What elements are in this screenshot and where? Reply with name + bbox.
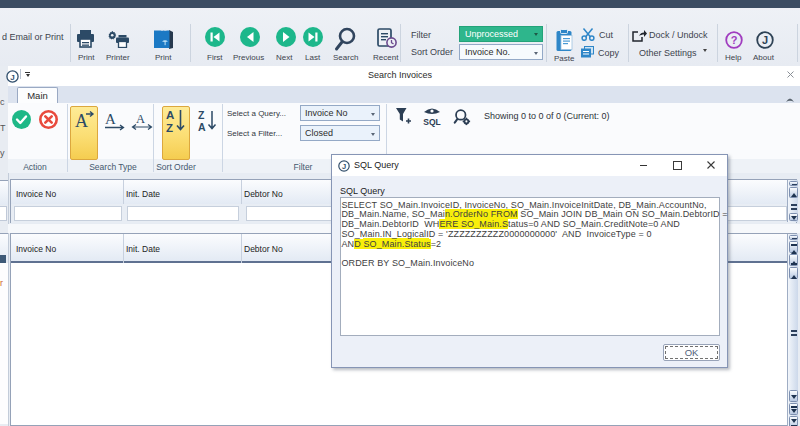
svg-text:Z: Z bbox=[198, 109, 205, 121]
svg-text:A: A bbox=[166, 109, 174, 121]
svg-text:A: A bbox=[198, 121, 206, 133]
svg-text:A: A bbox=[136, 112, 145, 126]
svg-text:SQL: SQL bbox=[423, 117, 440, 127]
svg-text:J: J bbox=[762, 34, 768, 46]
svg-text:Z: Z bbox=[166, 122, 173, 134]
svg-text:J: J bbox=[342, 162, 346, 171]
svg-text:?: ? bbox=[731, 34, 738, 46]
svg-text:A: A bbox=[105, 111, 116, 127]
